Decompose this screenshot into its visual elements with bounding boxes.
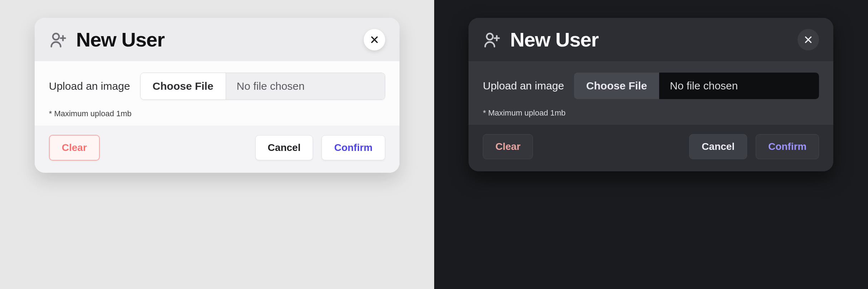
file-picker: Choose File No file chosen [574,73,819,99]
modal-header: New User [35,18,399,61]
upload-hint: * Maximum upload 1mb [483,108,819,118]
file-status-text: No file chosen [659,73,819,99]
upload-row: Upload an image Choose File No file chos… [483,73,819,99]
choose-file-button[interactable]: Choose File [574,73,659,99]
modal-header: New User [469,18,833,61]
modal-body: Upload an image Choose File No file chos… [35,61,399,126]
upload-label: Upload an image [49,80,130,92]
modal-footer: Clear Cancel Confirm [35,126,399,173]
new-user-modal: New User Upload an image Choose File No … [35,18,399,173]
modal-footer: Clear Cancel Confirm [469,125,833,171]
file-status-text: No file chosen [226,73,385,99]
upload-row: Upload an image Choose File No file chos… [49,73,385,100]
upload-label: Upload an image [483,80,564,92]
clear-button[interactable]: Clear [49,135,100,161]
close-button[interactable] [364,29,385,50]
cancel-button[interactable]: Cancel [689,134,747,159]
light-theme-panel: New User Upload an image Choose File No … [0,0,434,289]
close-button[interactable] [798,29,819,50]
close-icon [804,35,813,44]
clear-button[interactable]: Clear [483,134,533,159]
svg-point-5 [487,33,493,39]
cancel-button[interactable]: Cancel [255,135,313,160]
modal-body: Upload an image Choose File No file chos… [469,61,833,125]
confirm-button[interactable]: Confirm [756,134,819,159]
modal-title: New User [76,28,355,51]
choose-file-button[interactable]: Choose File [141,73,226,99]
dark-theme-panel: New User Upload an image Choose File No … [434,0,868,289]
confirm-button[interactable]: Confirm [322,135,385,160]
file-picker: Choose File No file chosen [140,73,385,100]
svg-point-0 [53,33,59,39]
close-icon [370,35,379,44]
modal-title: New User [510,28,789,51]
user-plus-icon [49,30,68,49]
user-plus-icon [483,30,501,49]
upload-hint: * Maximum upload 1mb [49,109,385,118]
new-user-modal: New User Upload an image Choose File No … [469,18,833,171]
